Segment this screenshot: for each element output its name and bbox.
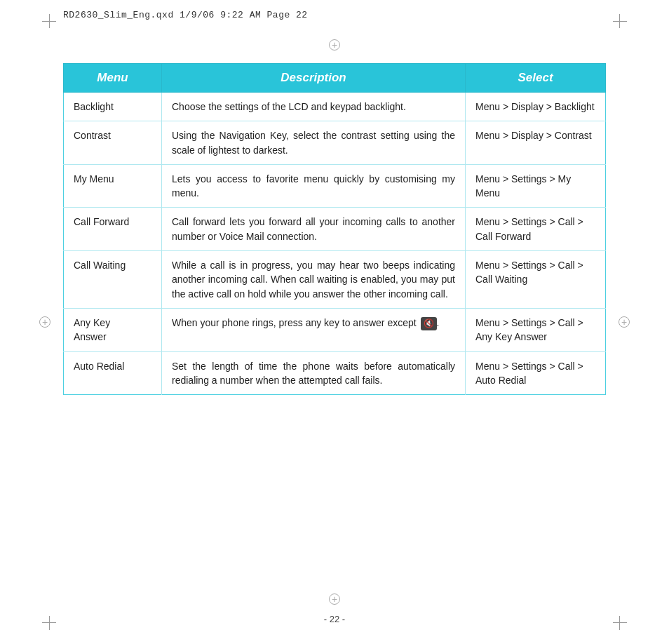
description-cell: Choose the settings of the LCD and keypa…: [162, 93, 466, 121]
phone-icon: 🔇: [421, 317, 437, 330]
crop-mark-tl-v: [49, 14, 50, 28]
table-header-row: Menu Description Select: [64, 64, 606, 93]
description-cell: Lets you access to favorite menu quickly…: [162, 164, 466, 208]
crop-mark-tr-h: [613, 21, 627, 22]
reg-mark-right: [619, 316, 630, 328]
menu-cell: Call Forward: [64, 208, 162, 251]
select-cell: Menu > Settings > Call > Call Waiting: [466, 251, 606, 309]
page-content: Menu Description Select BacklightChoose …: [63, 63, 606, 602]
menu-cell: Any KeyAnswer: [64, 308, 162, 351]
select-cell: Menu > Settings > Call > Any Key Answer: [466, 308, 606, 351]
table-row: Any KeyAnswerWhen your phone rings, pres…: [64, 308, 606, 351]
description-cell: Call forward lets you forward all your i…: [162, 208, 466, 251]
menu-cell: Contrast: [64, 121, 162, 165]
description-cell: When your phone rings, press any key to …: [162, 308, 466, 351]
table-row: ContrastUsing the Navigation Key, select…: [64, 121, 606, 165]
select-cell: Menu > Display > Backlight: [466, 93, 606, 121]
select-cell: Menu > Settings > My Menu: [466, 164, 606, 208]
select-cell: Menu > Settings > Call > Call Forward: [466, 208, 606, 251]
table-row: My MenuLets you access to favorite menu …: [64, 164, 606, 208]
table-row: Call WaitingWhile a call is in progress,…: [64, 251, 606, 309]
main-table: Menu Description Select BacklightChoose …: [63, 63, 606, 395]
select-cell: Menu > Display > Contrast: [466, 121, 606, 165]
menu-cell: My Menu: [64, 164, 162, 208]
description-cell: While a call is in progress, you may hea…: [162, 251, 466, 309]
page-header: RD2630_Slim_Eng.qxd 1/9/06 9:22 AM Page …: [63, 10, 308, 20]
table-row: Auto RedialSet the length of time the ph…: [64, 351, 606, 395]
reg-mark-top: [329, 39, 340, 51]
crop-mark-tr-v: [619, 14, 620, 28]
page-footer: - 22 -: [0, 614, 669, 624]
reg-mark-left: [39, 316, 50, 328]
table-row: Call ForwardCall forward lets you forwar…: [64, 208, 606, 251]
col-header-select: Select: [466, 64, 606, 93]
col-header-description: Description: [162, 64, 466, 93]
description-cell: Using the Navigation Key, select the con…: [162, 121, 466, 165]
menu-cell: Auto Redial: [64, 351, 162, 395]
menu-cell: Call Waiting: [64, 251, 162, 309]
select-cell: Menu > Settings > Call > Auto Redial: [466, 351, 606, 395]
table-row: BacklightChoose the settings of the LCD …: [64, 93, 606, 121]
col-header-menu: Menu: [64, 64, 162, 93]
menu-cell: Backlight: [64, 93, 162, 121]
description-cell: Set the length of time the phone waits b…: [162, 351, 466, 395]
